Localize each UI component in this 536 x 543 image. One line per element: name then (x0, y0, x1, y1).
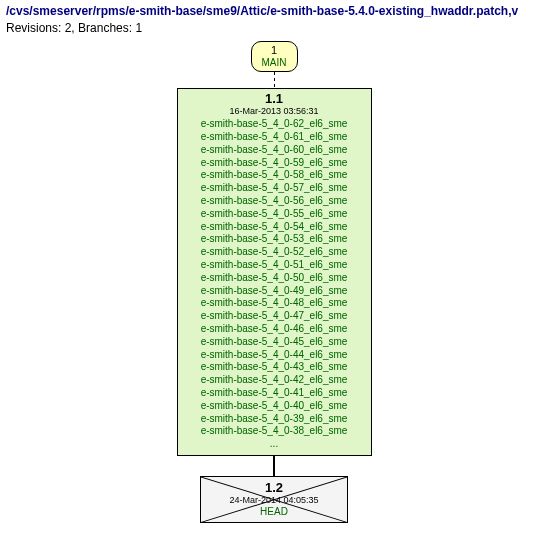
revision-number: 1.2 (207, 480, 341, 496)
tag-item: e-smith-base-5_4_0-56_el6_sme (182, 195, 367, 208)
tag-item: e-smith-base-5_4_0-46_el6_sme (182, 323, 367, 336)
branch-tag-main[interactable]: 1 MAIN (251, 41, 298, 72)
connector-line (273, 456, 275, 476)
tag-item: e-smith-base-5_4_0-52_el6_sme (182, 246, 367, 259)
branch-number: 1 (262, 44, 287, 57)
tag-item: e-smith-base-5_4_0-60_el6_sme (182, 144, 367, 157)
revision-number: 1.1 (182, 91, 367, 107)
file-path: /cvs/smeserver/rpms/e-smith-base/sme9/At… (6, 4, 536, 20)
revision-1-2-deleted[interactable]: 1.2 24-Mar-2014 04:05:35 HEAD (200, 476, 348, 523)
tag-item: e-smith-base-5_4_0-48_el6_sme (182, 297, 367, 310)
tag-item: e-smith-base-5_4_0-51_el6_sme (182, 259, 367, 272)
tag-item: e-smith-base-5_4_0-45_el6_sme (182, 336, 367, 349)
revision-1-1[interactable]: 1.1 16-Mar-2013 03:56:31 e-smith-base-5_… (177, 88, 372, 456)
tag-item: e-smith-base-5_4_0-62_el6_sme (182, 118, 367, 131)
tag-item: e-smith-base-5_4_0-61_el6_sme (182, 131, 367, 144)
tag-item: e-smith-base-5_4_0-38_el6_sme (182, 425, 367, 438)
tag-item: e-smith-base-5_4_0-58_el6_sme (182, 169, 367, 182)
tag-item: e-smith-base-5_4_0-39_el6_sme (182, 413, 367, 426)
tag-item: e-smith-base-5_4_0-47_el6_sme (182, 310, 367, 323)
tag-item: e-smith-base-5_4_0-57_el6_sme (182, 182, 367, 195)
tag-item: e-smith-base-5_4_0-54_el6_sme (182, 221, 367, 234)
tag-item: e-smith-base-5_4_0-43_el6_sme (182, 361, 367, 374)
revision-head-tag: HEAD (207, 506, 341, 518)
revision-date: 24-Mar-2014 04:05:35 (207, 495, 341, 506)
branch-name: MAIN (262, 57, 287, 69)
tags-ellipsis: ... (182, 438, 367, 451)
revision-graph: 1 MAIN 1.1 16-Mar-2013 03:56:31 e-smith-… (6, 41, 536, 524)
revision-date: 16-Mar-2013 03:56:31 (182, 106, 367, 117)
tag-item: e-smith-base-5_4_0-41_el6_sme (182, 387, 367, 400)
tag-item: e-smith-base-5_4_0-44_el6_sme (182, 349, 367, 362)
revision-summary: Revisions: 2, Branches: 1 (6, 21, 536, 35)
tag-item: e-smith-base-5_4_0-49_el6_sme (182, 285, 367, 298)
tag-item: e-smith-base-5_4_0-53_el6_sme (182, 233, 367, 246)
connector-line (274, 72, 275, 88)
tag-item: e-smith-base-5_4_0-50_el6_sme (182, 272, 367, 285)
tag-item: e-smith-base-5_4_0-59_el6_sme (182, 157, 367, 170)
tag-item: e-smith-base-5_4_0-40_el6_sme (182, 400, 367, 413)
tag-item: e-smith-base-5_4_0-55_el6_sme (182, 208, 367, 221)
tag-item: e-smith-base-5_4_0-42_el6_sme (182, 374, 367, 387)
revision-tags: e-smith-base-5_4_0-62_el6_sme e-smith-ba… (182, 118, 367, 451)
